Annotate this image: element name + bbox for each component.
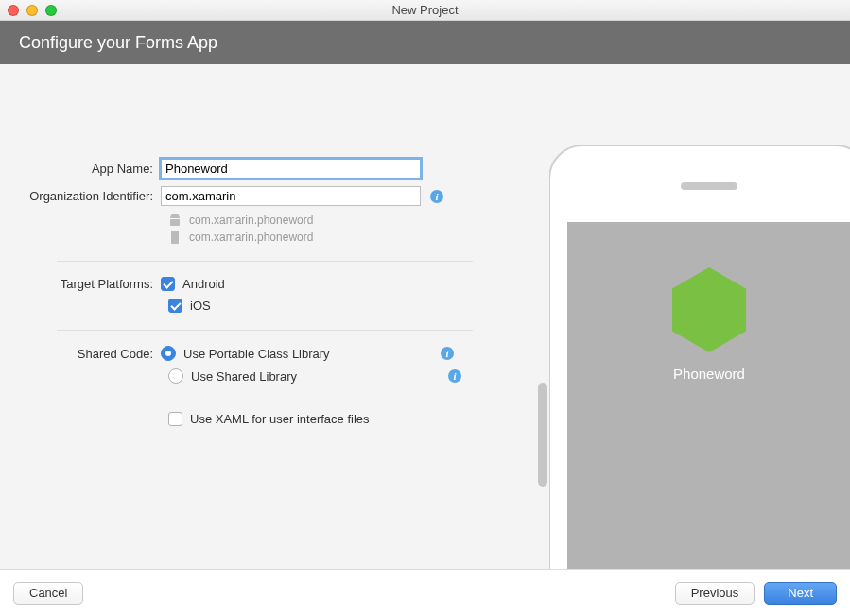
- bundle-id-hint-ios: com.xamarin.phoneword: [168, 231, 511, 244]
- app-name-label: App Name:: [28, 162, 161, 176]
- page-title: Configure your Forms App: [19, 33, 217, 53]
- org-id-label: Organization Identifier:: [28, 189, 161, 203]
- phone-icon: [168, 231, 182, 244]
- phone-screen: Phoneword: [567, 222, 850, 569]
- shared-code-row: Shared Code: Use Portable Class Library …: [28, 346, 511, 361]
- app-icon-label: Phoneword: [673, 366, 745, 382]
- bundle-id-hint-ios-text: com.xamarin.phoneword: [189, 231, 313, 244]
- phone-speaker: [681, 182, 737, 190]
- info-icon[interactable]: i: [430, 190, 443, 203]
- shared-library-radio-label: Use Shared Library: [191, 369, 297, 384]
- org-id-input[interactable]: [161, 186, 421, 206]
- app-icon: [672, 267, 746, 352]
- preview-panel: Phoneword: [529, 64, 850, 569]
- footer: Cancel Previous Next: [0, 569, 850, 616]
- phone-preview: Phoneword: [548, 145, 850, 569]
- bundle-id-hint-android-text: com.xamarin.phoneword: [189, 214, 313, 227]
- window-title: New Project: [0, 3, 850, 17]
- xaml-checkbox[interactable]: [168, 412, 182, 426]
- window-titlebar: New Project: [0, 0, 850, 21]
- shared-library-radio[interactable]: [168, 368, 183, 384]
- bundle-id-hint-android: com.xamarin.phoneword: [168, 214, 511, 227]
- android-checkbox[interactable]: [161, 277, 175, 291]
- scrollbar-track[interactable]: [536, 146, 549, 569]
- form-panel: App Name: Organization Identifier: i com…: [0, 64, 529, 569]
- shared-library-row: Use Shared Library i: [168, 368, 461, 384]
- ios-platform-row: iOS: [168, 299, 511, 313]
- scrollbar-thumb[interactable]: [538, 383, 547, 487]
- shared-code-label: Shared Code:: [28, 347, 161, 361]
- page-header: Configure your Forms App: [0, 21, 850, 64]
- info-icon[interactable]: i: [441, 347, 454, 360]
- app-name-input[interactable]: [161, 159, 421, 179]
- divider: [57, 261, 473, 262]
- divider: [57, 330, 473, 331]
- target-platforms-row: Target Platforms: Android: [28, 277, 511, 291]
- ios-checkbox-label: iOS: [190, 299, 211, 313]
- pcl-radio[interactable]: [161, 346, 176, 361]
- info-icon[interactable]: i: [448, 369, 461, 383]
- next-button[interactable]: Next: [764, 582, 837, 605]
- ios-checkbox[interactable]: [168, 299, 182, 313]
- xaml-checkbox-label: Use XAML for user interface files: [190, 412, 370, 426]
- pcl-radio-label: Use Portable Class Library: [183, 347, 330, 361]
- main-content: App Name: Organization Identifier: i com…: [0, 64, 850, 569]
- org-id-row: Organization Identifier: i: [28, 186, 511, 206]
- target-platforms-label: Target Platforms:: [28, 277, 161, 291]
- xaml-row: Use XAML for user interface files: [168, 412, 511, 426]
- android-checkbox-label: Android: [182, 277, 225, 291]
- cancel-button[interactable]: Cancel: [13, 582, 83, 605]
- previous-button[interactable]: Previous: [675, 582, 755, 605]
- android-icon: [168, 214, 182, 227]
- app-name-row: App Name:: [28, 159, 511, 179]
